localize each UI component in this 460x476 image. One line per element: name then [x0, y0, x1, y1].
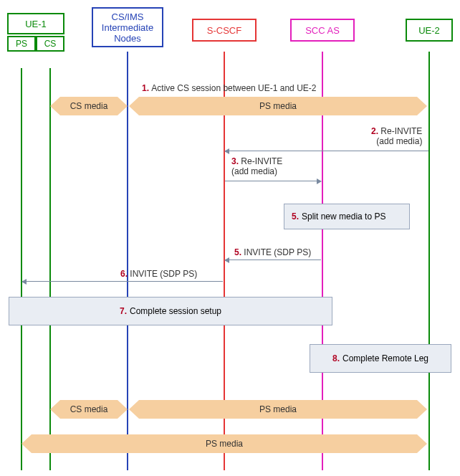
step-5-action-box: 5. Split new media to PS — [284, 204, 410, 229]
step-5-msg-num: 5. — [234, 247, 241, 257]
step-2-num: 2. — [371, 126, 378, 136]
step-3-text-b: (add media) — [231, 166, 277, 176]
actor-sccas: SCC AS — [290, 19, 355, 42]
arrow-step-6 — [22, 281, 223, 282]
actor-ue1-ps: PS — [7, 36, 36, 52]
actor-ue1: UE-1 — [7, 13, 64, 34]
media-ps-bottom-right: PS media — [139, 400, 417, 419]
step-5-box-text: Split new media to PS — [302, 211, 385, 222]
lifeline-ue2 — [428, 52, 430, 470]
step-1-num: 1. — [142, 83, 149, 93]
step-6-label: 6. INVITE (SDP PS) — [120, 269, 197, 279]
step-2-label: 2. Re-INVITE (add media) — [371, 126, 422, 146]
step-5-msg-label: 5. INVITE (SDP PS) — [234, 247, 311, 257]
step-3-num: 3. — [231, 156, 239, 166]
actor-scscf: S-CSCF — [192, 19, 257, 42]
step-7-action-box: 7. Complete session setup — [9, 297, 332, 325]
actor-intermediate: CS/IMS Intermediate Nodes — [92, 7, 163, 47]
step-1-label: 1. Active CS session between UE-1 and UE… — [142, 83, 316, 93]
step-8-num: 8. — [332, 353, 340, 363]
step-6-text: INVITE (SDP PS) — [130, 269, 197, 279]
step-6-num: 6. — [120, 269, 128, 279]
lifeline-ue1-ps — [21, 68, 22, 470]
media-ps-top: PS media — [139, 97, 417, 115]
step-2-text-b: (add media) — [376, 136, 422, 146]
step-8-text: Complete Remote Leg — [342, 353, 428, 363]
step-1-text: Active CS session between UE-1 and UE-2 — [151, 83, 316, 93]
actor-ue1-cs: CS — [36, 36, 64, 52]
actor-ue2: UE-2 — [406, 19, 453, 42]
media-cs-top: CS media — [60, 97, 118, 115]
media-ps-wide: PS media — [32, 434, 417, 453]
arrow-step-3 — [225, 181, 321, 181]
media-cs-bottom: CS media — [60, 400, 118, 419]
step-8-action-box: 8. Complete Remote Leg — [310, 344, 451, 373]
step-7-text: Complete session setup — [130, 306, 221, 316]
step-5-msg-text: INVITE (SDP PS) — [244, 247, 311, 257]
step-3-label: 3. Re-INVITE (add media) — [231, 156, 282, 176]
step-3-text-a: Re-INVITE — [241, 156, 282, 166]
arrow-step-5 — [225, 260, 321, 260]
arrow-step-2 — [225, 151, 428, 151]
step-2-text-a: Re-INVITE — [380, 126, 422, 136]
step-7-num: 7. — [120, 306, 127, 316]
step-5-box-num: 5. — [292, 211, 299, 222]
